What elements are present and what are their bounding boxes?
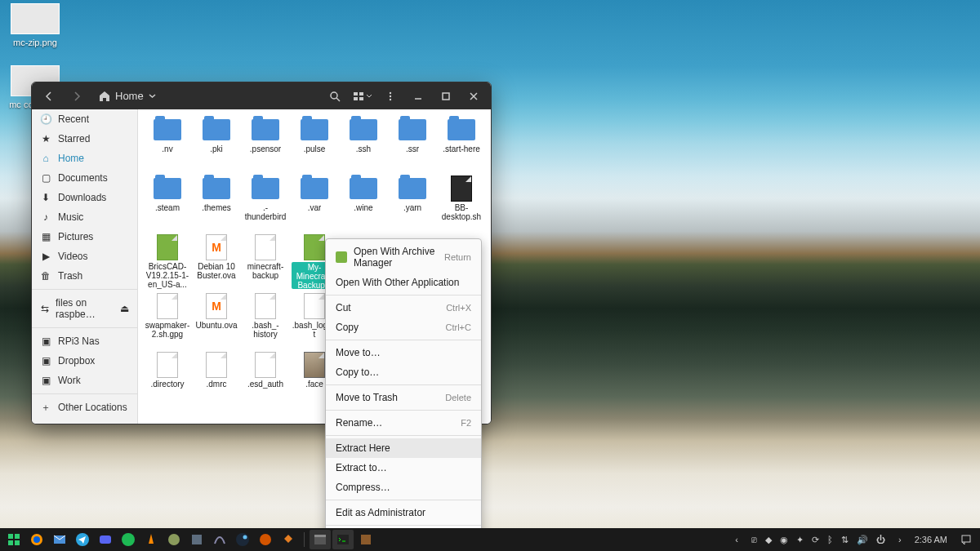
file-item[interactable]: .directory	[143, 351, 192, 408]
menu-edit-admin[interactable]: Edit as Administrator	[326, 503, 481, 522]
taskbar-app[interactable]	[255, 530, 276, 549]
forward-button[interactable]	[65, 86, 89, 107]
taskbar-window-filemanager[interactable]	[310, 530, 331, 549]
menu-open-other[interactable]: Open With Other Application	[326, 273, 481, 292]
folder-item[interactable]: .-thunderbird	[241, 175, 290, 232]
folder-item[interactable]: .psensor	[241, 116, 290, 173]
taskbar-app-vlc[interactable]	[140, 530, 162, 549]
file-item[interactable]: BricsCAD-V19.2.15-1-en_US-a...	[143, 233, 192, 291]
desktop-icon[interactable]: mc-zip.png	[7, 3, 64, 47]
svg-rect-20	[192, 535, 202, 544]
sidebar-item-downloads[interactable]: ⬇Downloads	[32, 188, 137, 207]
menu-cut[interactable]: CutCtrl+X	[326, 298, 481, 318]
menu-extract-to[interactable]: Extract to…	[326, 458, 481, 478]
search-button[interactable]	[323, 86, 347, 107]
sidebar-item-rpi3[interactable]: ▣RPi3 Nas	[32, 331, 137, 351]
view-toggle-button[interactable]	[350, 86, 375, 107]
update-tray-icon[interactable]: ⟳	[812, 535, 819, 545]
sidebar-item-videos[interactable]: ▶Videos	[32, 247, 137, 266]
taskbar-app-discord[interactable]	[95, 530, 116, 549]
folder-item[interactable]: .wine	[339, 175, 388, 232]
file-item[interactable]: swapmaker-2.sh.gpg	[143, 292, 192, 349]
start-menu-button[interactable]	[3, 530, 24, 549]
folder-item[interactable]: .steam	[143, 175, 192, 232]
svg-point-22	[243, 535, 247, 540]
close-button[interactable]	[461, 86, 486, 107]
folder-item[interactable]: .nv	[143, 116, 192, 173]
sidebar-item-trash[interactable]: 🗑Trash	[32, 266, 137, 286]
hamburger-button[interactable]	[378, 86, 403, 107]
taskbar-app[interactable]	[163, 530, 185, 549]
star-icon: ★	[40, 133, 51, 144]
divider	[326, 384, 481, 385]
file-item[interactable]: Ubuntu.ova	[192, 292, 241, 349]
sidebar-item-documents[interactable]: ▢Documents	[32, 168, 137, 188]
folder-icon	[154, 178, 181, 199]
folder-icon	[301, 178, 328, 199]
sidebar-item-other-locations[interactable]: ＋Other Locations	[32, 398, 137, 417]
folder-item[interactable]: .ssr	[388, 116, 437, 173]
dropbox-tray-icon[interactable]: ◆	[765, 535, 772, 545]
tray-icon[interactable]: ⎚	[751, 535, 757, 544]
tray-collapse-button[interactable]: ›	[893, 535, 906, 544]
maximize-button[interactable]	[434, 86, 458, 107]
shutter-tray-icon[interactable]: ✦	[796, 535, 804, 545]
home-icon	[99, 91, 110, 102]
folder-item[interactable]: .yarn	[388, 175, 437, 232]
path-bar[interactable]: Home	[92, 90, 163, 102]
folder-item[interactable]: .pki	[192, 116, 241, 173]
sidebar-item-network[interactable]: ⇆files on raspbe…⏏	[32, 293, 137, 324]
sidebar-item-pictures[interactable]: ▦Pictures	[32, 227, 137, 247]
taskbar-app-spotify[interactable]	[118, 530, 139, 549]
eject-icon[interactable]: ⏏	[120, 303, 129, 314]
file-item[interactable]: BB-desktop.sh	[437, 175, 486, 232]
folder-item[interactable]: .start-here	[437, 116, 486, 173]
folder-item[interactable]: .ssh	[339, 116, 388, 173]
sidebar-item-recent[interactable]: 🕘Recent	[32, 109, 137, 129]
chevron-down-icon	[149, 92, 156, 100]
file-item[interactable]: .bash_-history	[241, 292, 290, 349]
folder-item[interactable]: .themes	[192, 175, 241, 232]
taskbar-window-terminal[interactable]	[332, 530, 354, 549]
taskbar-app[interactable]	[209, 530, 230, 549]
menu-move-to-trash[interactable]: Move to TrashDelete	[326, 388, 481, 407]
sidebar-item-starred[interactable]: ★Starred	[32, 129, 137, 149]
menu-move-to[interactable]: Move to…	[326, 343, 481, 362]
file-item[interactable]: minecraft-backup	[241, 233, 290, 291]
back-button[interactable]	[37, 86, 61, 107]
file-item[interactable]: .dmrc	[192, 351, 241, 408]
menu-rename[interactable]: Rename…F2	[326, 413, 481, 433]
bluetooth-tray-icon[interactable]: ᛒ	[827, 535, 833, 544]
taskbar-app[interactable]	[186, 530, 207, 549]
taskbar-app-telegram[interactable]	[72, 530, 93, 549]
tray-expand-button[interactable]: ‹	[730, 535, 743, 544]
taskbar-app-steam[interactable]	[232, 530, 253, 549]
menu-open-archive[interactable]: Open With Archive ManagerReturn	[326, 242, 481, 273]
sidebar-item-music[interactable]: ♪Music	[32, 207, 137, 227]
sidebar-item-work[interactable]: ▣Work	[32, 371, 137, 390]
taskbar-window[interactable]	[355, 530, 376, 549]
notification-button[interactable]	[956, 530, 977, 549]
clock[interactable]: 2:36 AM	[908, 535, 954, 544]
taskbar-app-mail[interactable]	[49, 530, 70, 549]
taskbar-app[interactable]	[278, 530, 299, 549]
shield-tray-icon[interactable]: ◉	[780, 535, 788, 545]
trash-icon: 🗑	[40, 270, 51, 282]
file-item[interactable]: .esd_auth	[241, 351, 290, 408]
power-tray-icon[interactable]: ⏻	[876, 535, 885, 544]
menu-extract-here[interactable]: Extract Here	[326, 438, 481, 458]
menu-copy[interactable]: CopyCtrl+C	[326, 318, 481, 337]
file-item[interactable]: Debian 10 Buster.ova	[192, 233, 241, 291]
folder-item[interactable]: .var	[290, 175, 339, 232]
titlebar[interactable]: Home	[32, 82, 491, 109]
taskbar-app-firefox[interactable]	[26, 530, 47, 549]
divider	[304, 532, 305, 547]
sidebar-item-dropbox[interactable]: ▣Dropbox	[32, 351, 137, 371]
volume-tray-icon[interactable]: 🔊	[857, 535, 868, 545]
minimize-button[interactable]	[406, 86, 430, 107]
menu-compress[interactable]: Compress…	[326, 478, 481, 497]
sidebar-item-home[interactable]: ⌂Home	[32, 149, 137, 168]
folder-item[interactable]: .pulse	[290, 116, 339, 173]
network-tray-icon[interactable]: ⇅	[841, 535, 849, 545]
menu-copy-to[interactable]: Copy to…	[326, 362, 481, 382]
